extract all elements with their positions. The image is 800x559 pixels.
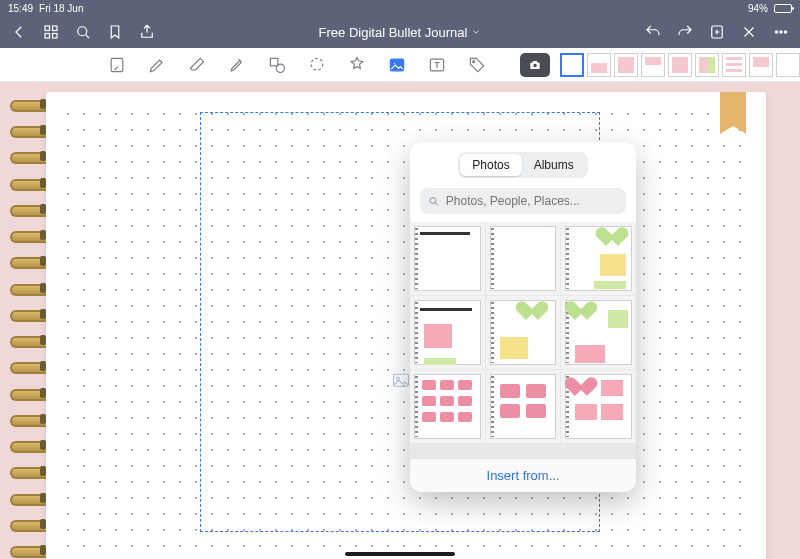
pen-tool-icon[interactable] xyxy=(146,54,168,76)
svg-point-7 xyxy=(780,31,782,33)
photo-thumbnail[interactable] xyxy=(561,222,636,295)
page-thumb[interactable] xyxy=(749,53,773,77)
status-bar: 15:49 Fri 18 Jun 94% xyxy=(0,0,800,16)
svg-point-4 xyxy=(78,27,87,36)
search-icon[interactable] xyxy=(74,23,92,41)
photo-thumbnail[interactable] xyxy=(486,370,561,443)
home-indicator[interactable] xyxy=(345,552,455,556)
battery-pct: 94% xyxy=(748,3,768,14)
lasso-tool-icon[interactable] xyxy=(306,54,328,76)
search-icon xyxy=(428,195,440,208)
image-tool-icon[interactable] xyxy=(386,54,408,76)
shape-tool-icon[interactable] xyxy=(266,54,288,76)
camera-button[interactable] xyxy=(520,53,550,77)
photo-thumbnail[interactable]: .cell:last-child .heart::before,.cell:la… xyxy=(561,370,636,443)
page-thumb[interactable] xyxy=(560,53,584,77)
redo-icon[interactable] xyxy=(676,23,694,41)
canvas[interactable]: Photos Albums xyxy=(0,82,800,559)
more-icon[interactable] xyxy=(772,23,790,41)
page-thumb[interactable] xyxy=(614,53,638,77)
svg-point-8 xyxy=(784,31,786,33)
sticker-tool-icon[interactable] xyxy=(346,54,368,76)
photo-thumbnail[interactable] xyxy=(410,370,485,443)
close-icon[interactable] xyxy=(740,23,758,41)
page-thumb[interactable] xyxy=(776,53,800,77)
svg-point-14 xyxy=(393,62,396,65)
photo-thumbnail[interactable] xyxy=(561,296,636,369)
page-thumbnails xyxy=(560,53,800,77)
photo-thumbnail[interactable] xyxy=(486,222,561,295)
bookmark-ribbon[interactable] xyxy=(720,92,746,126)
insert-from-button[interactable]: Insert from... xyxy=(410,458,636,492)
svg-point-6 xyxy=(775,31,777,33)
tab-albums[interactable]: Albums xyxy=(522,154,586,176)
svg-rect-18 xyxy=(394,374,409,386)
photo-grid: .cell:last-child .heart::before,.cell:la… xyxy=(410,222,636,458)
chevron-down-icon xyxy=(471,27,481,37)
svg-rect-9 xyxy=(111,58,123,71)
photo-picker-popover: Photos Albums xyxy=(410,142,636,492)
svg-point-12 xyxy=(311,58,323,70)
eraser-tool-icon[interactable] xyxy=(186,54,208,76)
image-placeholder-icon xyxy=(390,372,412,390)
grid-icon[interactable] xyxy=(42,23,60,41)
photo-thumbnail[interactable] xyxy=(486,296,561,369)
page-thumb[interactable] xyxy=(668,53,692,77)
app-navbar: Free Digital Bullet Journal xyxy=(0,16,800,48)
svg-rect-10 xyxy=(270,58,278,66)
page-thumb[interactable] xyxy=(695,53,719,77)
page-thumb[interactable] xyxy=(722,53,746,77)
text-tool-icon[interactable] xyxy=(426,54,448,76)
svg-rect-3 xyxy=(53,34,58,39)
battery-icon xyxy=(774,4,792,13)
share-icon[interactable] xyxy=(138,23,156,41)
tab-photos[interactable]: Photos xyxy=(460,154,521,176)
document-title[interactable]: Free Digital Bullet Journal xyxy=(170,25,630,40)
tag-tool-icon[interactable] xyxy=(466,54,488,76)
page-thumb[interactable] xyxy=(641,53,665,77)
segmented-control: Photos Albums xyxy=(458,152,587,178)
svg-rect-2 xyxy=(45,34,50,39)
back-icon[interactable] xyxy=(10,23,28,41)
page-thumb[interactable] xyxy=(587,53,611,77)
status-date: Fri 18 Jun xyxy=(39,3,83,14)
svg-point-16 xyxy=(473,60,475,62)
add-page-icon[interactable] xyxy=(708,23,726,41)
svg-rect-1 xyxy=(53,26,58,31)
photo-search[interactable] xyxy=(420,188,626,214)
status-time: 15:49 xyxy=(8,3,33,14)
search-input[interactable] xyxy=(446,194,618,208)
photo-thumbnail[interactable] xyxy=(410,296,485,369)
highlighter-tool-icon[interactable] xyxy=(226,54,248,76)
readonly-tool-icon[interactable] xyxy=(106,54,128,76)
svg-point-17 xyxy=(533,63,537,67)
undo-icon[interactable] xyxy=(644,23,662,41)
svg-rect-0 xyxy=(45,26,50,31)
svg-point-11 xyxy=(276,64,284,72)
spiral-binding xyxy=(10,97,50,557)
bookmark-icon[interactable] xyxy=(106,23,124,41)
photo-thumbnail[interactable] xyxy=(410,222,485,295)
svg-point-20 xyxy=(430,197,436,203)
toolbar xyxy=(0,48,800,82)
